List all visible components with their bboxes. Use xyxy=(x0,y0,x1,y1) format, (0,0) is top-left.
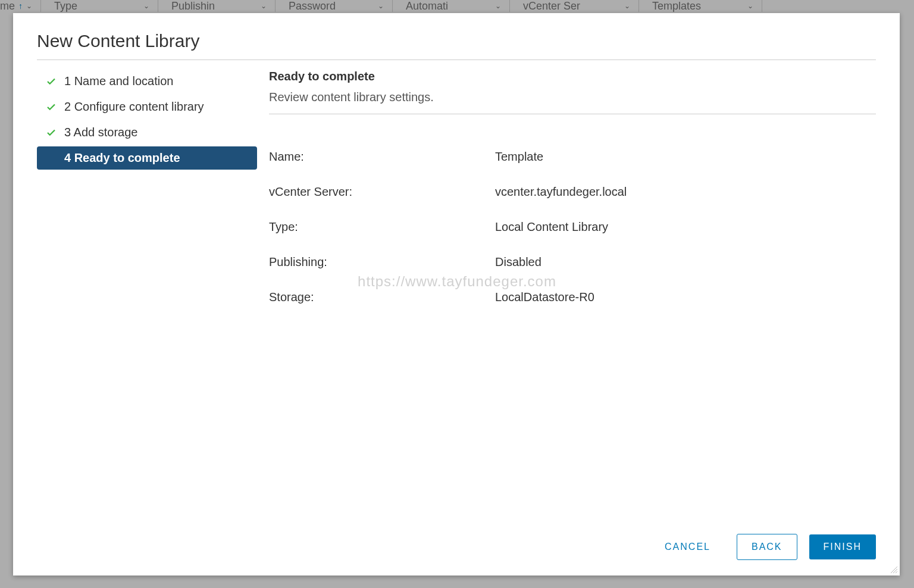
value-name: Template xyxy=(495,150,876,164)
wizard-steps: 1 Name and location 2 Configure content … xyxy=(37,70,263,564)
finish-button[interactable]: FINISH xyxy=(809,534,876,559)
back-button[interactable]: BACK xyxy=(737,534,797,560)
cancel-button[interactable]: CANCEL xyxy=(650,534,725,559)
step-label: 2 Configure content library xyxy=(64,100,204,114)
content-subheading: Review content library settings. xyxy=(269,90,876,104)
row-type: Type: Local Content Library xyxy=(269,220,876,234)
step-label: 4 Ready to complete xyxy=(64,151,180,165)
modal-footer: CANCEL BACK FINISH xyxy=(37,534,876,560)
row-publishing: Publishing: Disabled xyxy=(269,255,876,269)
label-vcenter: vCenter Server: xyxy=(269,185,495,199)
svg-line-1 xyxy=(893,569,897,573)
new-content-library-modal: New Content Library 1 Name and location xyxy=(13,13,900,576)
resize-handle-icon[interactable] xyxy=(890,565,898,574)
check-icon xyxy=(45,127,57,138)
check-icon xyxy=(45,102,57,112)
svg-line-2 xyxy=(896,571,897,573)
row-storage: Storage: LocalDatastore-R0 xyxy=(269,290,876,304)
step-name-location[interactable]: 1 Name and location xyxy=(37,70,257,93)
value-storage: LocalDatastore-R0 xyxy=(495,290,876,304)
step-configure-library[interactable]: 2 Configure content library xyxy=(37,95,257,118)
label-name: Name: xyxy=(269,150,495,164)
label-storage: Storage: xyxy=(269,290,495,304)
summary-table: Name: Template vCenter Server: vcenter.t… xyxy=(269,150,876,304)
step-label: 3 Add storage xyxy=(64,126,137,139)
content-heading: Ready to complete xyxy=(269,70,876,83)
row-vcenter: vCenter Server: vcenter.tayfundeger.loca… xyxy=(269,185,876,199)
step-ready-complete[interactable]: 4 Ready to complete xyxy=(37,146,257,170)
step-add-storage[interactable]: 3 Add storage xyxy=(37,121,257,144)
check-icon xyxy=(45,76,57,87)
wizard-content: Ready to complete Review content library… xyxy=(263,70,876,564)
modal-title: New Content Library xyxy=(37,31,876,60)
row-name: Name: Template xyxy=(269,150,876,164)
label-type: Type: xyxy=(269,220,495,234)
step-label: 1 Name and location xyxy=(64,74,173,88)
label-publishing: Publishing: xyxy=(269,255,495,269)
value-publishing: Disabled xyxy=(495,255,876,269)
value-vcenter: vcenter.tayfundeger.local xyxy=(495,185,876,199)
value-type: Local Content Library xyxy=(495,220,876,234)
content-header: Ready to complete Review content library… xyxy=(269,70,876,114)
